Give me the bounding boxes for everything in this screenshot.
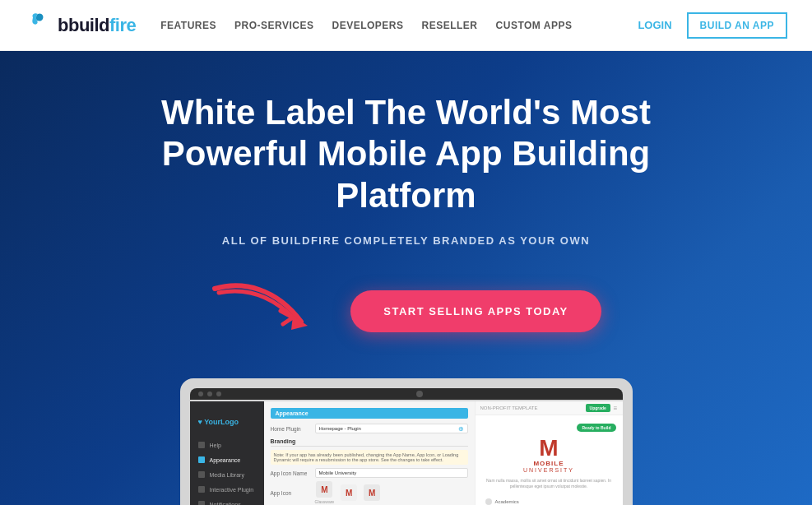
app-sidebar-media[interactable]: Media Library — [190, 467, 264, 482]
plugins-icon — [198, 486, 205, 493]
arrow-decoration — [211, 276, 359, 345]
notifications-icon — [198, 501, 205, 505]
help-icon — [198, 442, 205, 448]
cta-area: START SELLING APPS TODAY — [211, 276, 601, 345]
laptop-dot-1 — [198, 391, 203, 396]
app-icon-label: App Icon — [271, 490, 312, 496]
app-sidebar-plugins[interactable]: Interactive Plugin — [190, 482, 264, 497]
hero-subtitle: ALL OF BUILDFIRE COMPLETELY BRANDED AS Y… — [222, 234, 590, 247]
upgrade-button[interactable]: Upgrade — [586, 404, 610, 412]
build-an-app-button[interactable]: BUILD AN APP — [687, 12, 787, 39]
laptop-mockup: ♥ YourLogo Help Appearance Media Library — [180, 378, 633, 505]
app-name-row: App Icon Name Mobile University — [271, 468, 468, 478]
nav-custom-apps[interactable]: CUSTOM APPS — [496, 20, 573, 31]
preview-university-name: MOBILE — [533, 460, 564, 467]
nav-reseller[interactable]: RESELLER — [422, 20, 478, 31]
icon-option-2[interactable]: M — [341, 484, 357, 501]
app-sidebar: ♥ YourLogo Help Appearance Media Library — [190, 401, 264, 505]
app-main-content: Appearance Home Plugin Homepage - Plugin… — [264, 401, 475, 505]
nav-links: FEATURES PRO-SERVICES DEVELOPERS RESELLE… — [160, 20, 638, 31]
logo-fire: fire — [109, 15, 136, 35]
home-plugin-input[interactable]: Homepage - Plugin ⊕ — [315, 424, 468, 433]
preview-university-subtitle: UNIVERSITY — [523, 467, 574, 473]
home-plugin-label: Home Plugin — [271, 426, 312, 432]
app-main-header: Appearance — [271, 408, 468, 419]
icon-option-1[interactable]: M Glassware — [315, 481, 335, 504]
app-logo-small: ♥ YourLogo — [198, 418, 239, 426]
preview-toolbar: NON-PROFIT TEMPLATE Upgrade ≡ — [476, 401, 623, 415]
navbar: bbuildfire FEATURES PRO-SERVICES DEVELOP… — [0, 0, 812, 51]
nav-developers[interactable]: DEVELOPERS — [332, 20, 404, 31]
logo[interactable]: bbuildfire — [25, 11, 136, 40]
app-icon-row: App Icon M Glassware M — [271, 481, 468, 504]
login-link[interactable]: LOGIN — [638, 19, 671, 31]
preview-menu: Academics Admissions Research — [482, 496, 616, 505]
laptop-dot-2 — [207, 391, 212, 396]
hero-section: White Label The World's Most Powerful Mo… — [0, 51, 812, 505]
template-label: NON-PROFIT TEMPLATE — [480, 405, 538, 410]
icon-option-3[interactable]: M — [364, 484, 380, 501]
academics-icon — [485, 498, 492, 505]
branding-warning: Note: If your app has already been publi… — [271, 450, 468, 465]
app-logo-bar: ♥ YourLogo — [190, 408, 264, 433]
app-sidebar-help[interactable]: Help — [190, 438, 264, 452]
hero-title: White Label The World's Most Powerful Mo… — [118, 92, 694, 216]
app-name-label: App Icon Name — [271, 470, 312, 476]
menu-item-academics[interactable]: Academics — [482, 496, 616, 505]
app-sidebar-notifications[interactable]: Notifications — [190, 497, 264, 505]
logo-b: b — [58, 15, 68, 35]
home-plugin-row: Home Plugin Homepage - Plugin ⊕ — [271, 424, 468, 433]
laptop-dot-3 — [216, 391, 221, 396]
app-preview-panel: NON-PROFIT TEMPLATE Upgrade ≡ Ready to B… — [475, 401, 623, 505]
nav-pro-services[interactable]: PRO-SERVICES — [234, 20, 313, 31]
laptop-screen: ♥ YourLogo Help Appearance Media Library — [190, 401, 623, 505]
menu-icon[interactable]: ≡ — [614, 405, 618, 412]
laptop-top-bar — [190, 388, 623, 400]
preview-description: Nam nulla massa, mollis sit amet ornat s… — [482, 478, 616, 489]
preview-logo-m: M — [539, 437, 558, 460]
laptop-camera — [416, 391, 423, 397]
nav-actions: LOGIN BUILD AN APP — [638, 12, 787, 39]
start-selling-button[interactable]: START SELLING APPS TODAY — [350, 290, 601, 332]
preview-ready-badge: Ready to Build — [577, 424, 615, 432]
media-icon — [198, 471, 205, 478]
app-name-input[interactable]: Mobile University — [315, 468, 468, 478]
icon-box-m: M — [316, 481, 332, 498]
preview-content: Ready to Build M MOBILE UNIVERSITY Nam n… — [476, 415, 623, 505]
branding-section-title: Branding — [271, 438, 468, 447]
nav-features[interactable]: FEATURES — [160, 20, 216, 31]
app-sidebar-appearance[interactable]: Appearance — [190, 452, 264, 467]
logo-build: build — [68, 15, 109, 35]
appearance-icon — [198, 456, 205, 463]
app-icon-options: M Glassware M M — [315, 481, 381, 504]
